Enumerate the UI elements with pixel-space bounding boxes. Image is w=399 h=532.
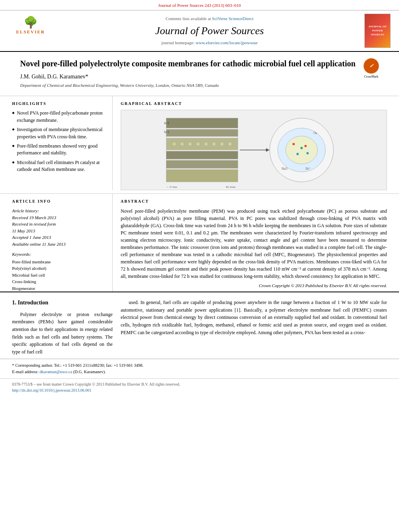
journal-reference: Journal of Power Sources 243 (2013) 603–… — [0, 0, 399, 10]
svg-text:h=2: h=2 — [164, 131, 169, 134]
doi-link[interactable]: http://dx.doi.org/10.1016/j.jpowsour.201… — [12, 388, 91, 392]
svg-text:← P=mm: ← P=mm — [166, 185, 177, 188]
sciverse-link: Contents lists available at SciVerse Sci… — [59, 16, 360, 22]
list-item: Pore-filled membranes showed very good p… — [12, 143, 106, 157]
email-suffix: (D.G. Karamanev). — [73, 370, 106, 374]
svg-point-11 — [228, 143, 232, 146]
crossmark-label: CrossMark — [364, 74, 379, 79]
article-authors: J.M. Gohil, D.G. Karamanev* — [20, 73, 379, 81]
svg-point-5 — [181, 143, 184, 146]
doi-line: http://dx.doi.org/10.1016/j.jpowsour.201… — [12, 387, 387, 393]
graphical-abstract-image: h=1 h=2 O₂ H₂O Hₙ⁺ — [121, 110, 387, 190]
article-info-column: ARTICLE INFO Article history: Received 1… — [12, 194, 113, 292]
received-revised-label: Received in revised form — [12, 221, 106, 228]
elsevier-logo: 🌳 ELSEVIER — [6, 17, 55, 45]
email-label: E-mail address: — [12, 370, 39, 374]
copyright-notice: Crown Copyright © 2013 Published by Else… — [121, 282, 387, 289]
received-date: Received 19 March 2013 — [12, 214, 106, 221]
svg-rect-13 — [166, 160, 238, 168]
svg-point-21 — [304, 145, 307, 148]
list-item: Novel PVA pore-filled polycarbonate prot… — [12, 110, 106, 124]
keyword-item: Poly(vinyl alcohol) — [12, 265, 106, 272]
keyword-item: Biogenerator — [12, 285, 106, 292]
keywords-section: Keywords: Pore-filled membrane Poly(viny… — [12, 251, 106, 292]
journal-cover: JOURNAL OF POWER SOURCES — [364, 14, 393, 48]
abstract-column: ABSTRACT Novel pore-filled polyelectroly… — [121, 194, 387, 292]
introduction-left-column: 1. Introduction Polymer electrolyte or p… — [12, 299, 113, 359]
intro-paragraph-2: used. In general, fuel cells are capable… — [121, 299, 387, 336]
graphical-abstract-label: GRAPHICAL ABSTRACT — [121, 101, 387, 107]
article-affiliation: Department of Chemical and Biochemical E… — [20, 82, 379, 88]
svg-point-6 — [189, 143, 192, 146]
highlights-label: HIGHLIGHTS — [12, 101, 106, 107]
homepage-url[interactable]: www.elsevier.com/locate/jpowsour — [195, 40, 257, 45]
svg-text:O₂: O₂ — [314, 131, 317, 135]
journal-header: 🌳 ELSEVIER Contents lists available at S… — [0, 10, 399, 52]
article-info-label: ARTICLE INFO — [12, 199, 106, 204]
svg-text:h=1: h=1 — [164, 121, 169, 125]
journal-homepage: journal homepage: www.elsevier.com/locat… — [59, 40, 360, 46]
article-info-section: ARTICLE INFO Article history: Received 1… — [0, 193, 399, 292]
graphical-abstract-column: GRAPHICAL ABSTRACT — [121, 96, 387, 190]
svg-point-7 — [196, 143, 200, 146]
email-link[interactable]: dkaraman@uwo.ca — [39, 370, 72, 374]
journal-cover-image: JOURNAL OF POWER SOURCES — [364, 14, 391, 48]
svg-point-23 — [306, 152, 309, 154]
sciverse-link-text[interactable]: SciVerse ScienceDirect — [212, 16, 253, 21]
keyword-item: Pore-filled membrane — [12, 259, 106, 265]
svg-point-9 — [212, 143, 216, 146]
highlights-column: HIGHLIGHTS Novel PVA pore-filled polycar… — [12, 96, 113, 190]
svg-text:By bium: By bium — [226, 185, 236, 188]
introduction-section: 1. Introduction Polymer electrolyte or p… — [0, 292, 399, 359]
svg-point-4 — [173, 143, 176, 146]
list-item: Microbial fuel cell eliminates Pt cataly… — [12, 159, 106, 173]
abstract-label: ABSTRACT — [121, 199, 387, 204]
issn-line: 0378-7753/$ – see front matter Crown Cop… — [12, 381, 387, 387]
crossmark-badge[interactable]: ✓ CrossMark — [364, 58, 379, 79]
svg-point-10 — [220, 143, 224, 146]
keyword-item: Cross-linking — [12, 278, 106, 285]
highlights-list: Novel PVA pore-filled polycarbonate prot… — [12, 110, 106, 173]
bottom-bar: 0378-7753/$ – see front matter Crown Cop… — [0, 378, 399, 396]
section-heading: 1. Introduction — [12, 299, 113, 307]
svg-text:H₂O: H₂O — [282, 167, 288, 171]
svg-point-24 — [300, 147, 303, 149]
corresponding-author: * Corresponding author. Tel.: +1 519 661… — [12, 362, 387, 369]
keywords-list: Pore-filled membrane Poly(vinyl alcohol)… — [12, 259, 106, 292]
journal-title: Journal of Power Sources — [59, 24, 360, 38]
svg-rect-12 — [166, 151, 238, 159]
elsevier-tree-icon: 🌳 — [24, 17, 38, 28]
article-header: ✓ CrossMark Novel pore-filled polyelectr… — [0, 52, 399, 96]
article-title: Novel pore-filled polyelectrolyte compos… — [20, 58, 379, 69]
svg-rect-14 — [166, 170, 238, 182]
abstract-text: Novel pore-filled polyelectrolyte membra… — [121, 207, 387, 289]
introduction-right-column: used. In general, fuel cells are capable… — [121, 299, 387, 359]
svg-point-20 — [292, 143, 295, 146]
svg-point-22 — [296, 153, 299, 155]
svg-rect-2 — [166, 129, 238, 137]
email-line: E-mail address: dkaraman@uwo.ca (D.G. Ka… — [12, 369, 387, 375]
intro-paragraph-1: Polymer electrolyte or proton exchange m… — [12, 311, 113, 356]
accepted-date: Accepted 1 June 2013 — [12, 234, 106, 241]
revised-date: 11 May 2013 — [12, 228, 106, 234]
svg-text:Hₙ⁺: Hₙ⁺ — [306, 167, 311, 171]
footnotes: * Corresponding author. Tel.: +1 519 661… — [0, 359, 399, 378]
history-title: Article history: — [12, 207, 106, 214]
svg-point-8 — [204, 143, 208, 146]
available-date: Available online 11 June 2013 — [12, 241, 106, 248]
svg-rect-1 — [166, 118, 238, 128]
keyword-item: Microbial fuel cell — [12, 272, 106, 279]
highlights-section: HIGHLIGHTS Novel PVA pore-filled polycar… — [0, 96, 399, 190]
abstract-paragraph: Novel pore-filled polyelectrolyte membra… — [121, 207, 387, 280]
svg-rect-3 — [166, 138, 238, 150]
list-item: Investigation of membrane physicochemica… — [12, 126, 106, 140]
article-history: Article history: Received 19 March 2013 … — [12, 207, 106, 247]
svg-point-19 — [286, 136, 317, 164]
journal-center: Contents lists available at SciVerse Sci… — [59, 16, 360, 46]
crossmark-icon: ✓ — [364, 58, 379, 74]
keywords-label: Keywords: — [12, 251, 106, 257]
